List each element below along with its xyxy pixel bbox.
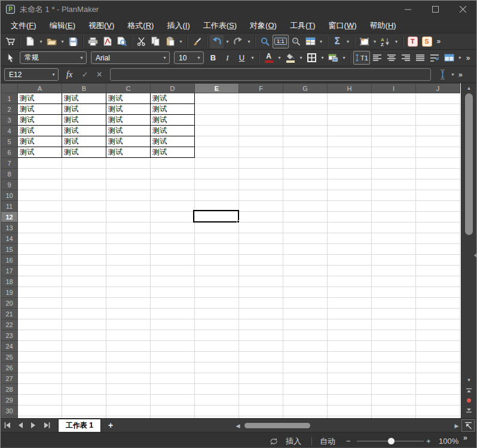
cell[interactable]	[372, 190, 416, 201]
cell[interactable]	[283, 309, 328, 319]
zoom-slider[interactable]	[357, 432, 424, 448]
cell[interactable]	[195, 352, 239, 362]
cell[interactable]	[195, 147, 239, 158]
cell[interactable]	[416, 104, 460, 115]
cell[interactable]	[62, 212, 106, 223]
cell[interactable]	[239, 395, 283, 406]
cell[interactable]	[372, 384, 416, 395]
row-header-25[interactable]: 25	[1, 352, 18, 362]
cell[interactable]	[62, 319, 106, 330]
row-header-17[interactable]: 17	[1, 266, 18, 276]
zoom-in-button[interactable]: +	[426, 432, 431, 448]
cell[interactable]	[62, 190, 106, 201]
cell[interactable]	[328, 373, 372, 384]
cell[interactable]	[106, 179, 151, 190]
cell[interactable]	[372, 373, 416, 384]
cell[interactable]	[372, 126, 416, 136]
cell[interactable]	[239, 169, 283, 179]
toolbar-overflow-button[interactable]: »	[435, 37, 443, 45]
cell[interactable]	[372, 104, 416, 115]
underline-button[interactable]: U	[235, 51, 249, 65]
insert-object-button[interactable]	[357, 35, 371, 48]
cell[interactable]: 测试	[106, 115, 151, 126]
search-button[interactable]	[258, 35, 272, 48]
cell[interactable]	[62, 255, 106, 266]
cell[interactable]	[239, 352, 283, 362]
cell[interactable]	[283, 190, 328, 201]
cell[interactable]	[239, 298, 283, 309]
cell[interactable]	[151, 309, 195, 319]
add-sheet-button[interactable]: +	[101, 420, 120, 430]
cell[interactable]: 测试	[62, 93, 106, 104]
cell[interactable]	[239, 309, 283, 319]
cell[interactable]	[62, 352, 106, 362]
underline-dropdown[interactable]: ▾	[249, 51, 256, 65]
cell[interactable]	[416, 147, 460, 158]
cell[interactable]	[106, 373, 151, 384]
cell[interactable]	[328, 244, 372, 255]
cell[interactable]	[151, 223, 195, 233]
grid-scroll[interactable]: ABCDEFGHIJ1测试测试测试测试2测试测试测试测试3测试测试测试测试4测试…	[1, 83, 461, 418]
cell[interactable]	[18, 319, 62, 330]
cell[interactable]	[62, 158, 106, 169]
cell[interactable]	[195, 104, 239, 115]
cell[interactable]	[195, 115, 239, 126]
row-header-26[interactable]: 26	[1, 362, 18, 373]
previous-sheet-edge-button[interactable]	[464, 386, 474, 395]
bold-button[interactable]: B	[206, 51, 220, 65]
cell[interactable]	[106, 319, 151, 330]
cell[interactable]	[151, 406, 195, 416]
cell[interactable]	[328, 395, 372, 406]
cell[interactable]	[239, 330, 283, 341]
cell[interactable]	[416, 298, 460, 309]
new-document-button[interactable]	[23, 35, 37, 48]
merge-cells-button[interactable]	[442, 51, 456, 65]
cell[interactable]	[239, 319, 283, 330]
cell[interactable]	[328, 330, 372, 341]
cell[interactable]	[239, 212, 283, 223]
cell[interactable]	[195, 136, 239, 147]
column-header-D[interactable]: D	[151, 84, 195, 93]
format-overflow-button[interactable]: »	[464, 54, 472, 62]
insert-object-dropdown[interactable]: ▾	[372, 35, 378, 48]
zoom-original-button[interactable]: 1:1	[273, 35, 289, 48]
row-header-13[interactable]: 13	[1, 223, 18, 233]
cell[interactable]	[283, 276, 328, 287]
vertical-scrollbar[interactable]: ▲ ▼	[464, 83, 474, 418]
cell[interactable]	[151, 255, 195, 266]
row-header-7[interactable]: 7	[1, 158, 18, 169]
cell[interactable]	[283, 330, 328, 341]
cell[interactable]	[416, 362, 460, 373]
borders-dropdown[interactable]: ▾	[319, 51, 326, 65]
cell[interactable]	[328, 136, 372, 147]
cell[interactable]	[195, 158, 239, 169]
cell[interactable]	[328, 276, 372, 287]
maximize-button[interactable]	[421, 1, 449, 18]
cell[interactable]: 测试	[151, 136, 195, 147]
cell[interactable]	[372, 244, 416, 255]
close-button[interactable]	[449, 1, 476, 18]
cell[interactable]: 测试	[106, 147, 151, 158]
minimize-button[interactable]	[394, 1, 421, 18]
cell[interactable]	[151, 244, 195, 255]
cell[interactable]	[195, 169, 239, 179]
cell[interactable]	[106, 276, 151, 287]
cell[interactable]	[18, 169, 62, 179]
cell[interactable]	[283, 126, 328, 136]
cell[interactable]	[239, 190, 283, 201]
row-header-19[interactable]: 19	[1, 287, 18, 298]
cell[interactable]	[239, 287, 283, 298]
cell[interactable]	[151, 362, 195, 373]
cell[interactable]	[416, 406, 460, 416]
cell[interactable]	[283, 179, 328, 190]
cell[interactable]: 测试	[62, 136, 106, 147]
wrap-text-button[interactable]	[428, 51, 442, 65]
cell[interactable]	[106, 223, 151, 233]
cell[interactable]	[18, 223, 62, 233]
cell[interactable]	[328, 190, 372, 201]
cell[interactable]	[283, 287, 328, 298]
cell[interactable]	[416, 223, 460, 233]
format-painter-button[interactable]	[190, 35, 204, 48]
cell[interactable]	[328, 212, 372, 223]
cell[interactable]	[372, 136, 416, 147]
